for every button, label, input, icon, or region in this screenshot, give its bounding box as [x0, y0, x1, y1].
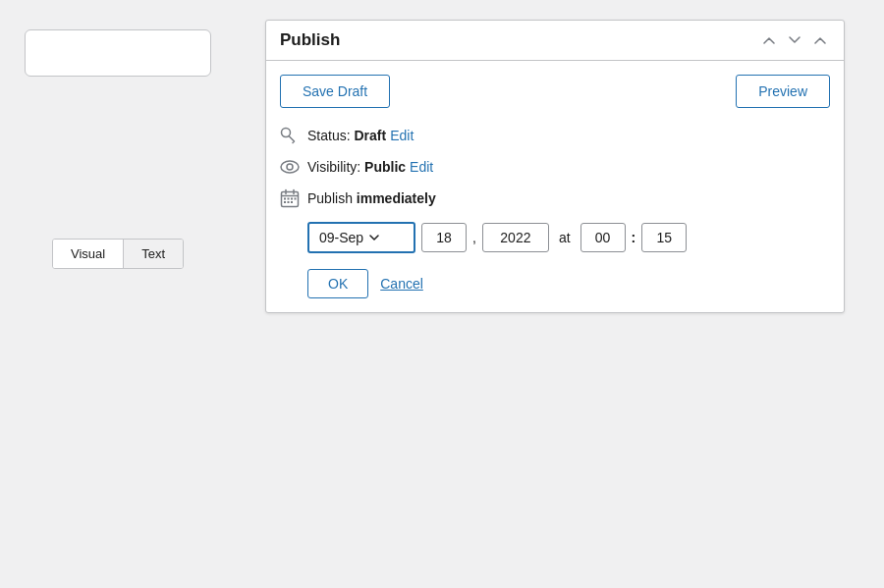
- date-row: 09-Sep , at :: [307, 222, 830, 253]
- year-input[interactable]: [482, 223, 549, 252]
- publish-header: Publish: [266, 21, 844, 61]
- svg-point-1: [281, 161, 299, 173]
- header-controls: [759, 34, 830, 46]
- svg-rect-6: [291, 198, 293, 200]
- publish-title: Publish: [280, 30, 340, 50]
- action-row: Save Draft Preview: [280, 75, 830, 108]
- tab-visual[interactable]: Visual: [53, 240, 124, 268]
- tab-text[interactable]: Text: [124, 240, 183, 268]
- date-separator: ,: [472, 230, 476, 245]
- collapse-button[interactable]: [810, 34, 830, 46]
- ok-cancel-row: OK Cancel: [307, 269, 830, 298]
- eye-icon: [280, 160, 307, 174]
- left-panel: Visual Text: [0, 0, 236, 588]
- day-input[interactable]: [421, 223, 467, 252]
- visibility-edit-link[interactable]: Edit: [410, 159, 433, 175]
- calendar-icon: [280, 188, 307, 208]
- save-draft-button[interactable]: Save Draft: [280, 75, 390, 108]
- preview-button[interactable]: Preview: [736, 75, 830, 108]
- month-select[interactable]: 09-Sep: [307, 222, 415, 253]
- chevron-up-button[interactable]: [759, 34, 779, 46]
- publish-panel: Publish Save Draft Preview: [265, 20, 845, 313]
- svg-rect-9: [288, 201, 290, 203]
- key-icon: [280, 126, 307, 145]
- publish-time-row: Publish immediately: [280, 188, 830, 208]
- visibility-text: Visibility: PublicEdit: [307, 159, 433, 175]
- status-edit-link[interactable]: Edit: [390, 128, 414, 143]
- hour-input[interactable]: [580, 223, 626, 252]
- chevron-down-button[interactable]: [785, 34, 804, 46]
- ok-button[interactable]: OK: [307, 269, 368, 298]
- svg-rect-7: [295, 198, 297, 200]
- text-input-box[interactable]: [25, 29, 211, 77]
- svg-rect-4: [284, 198, 286, 200]
- status-row: Status: DraftEdit: [280, 126, 830, 145]
- status-text: Status: DraftEdit: [307, 128, 414, 143]
- visibility-row: Visibility: PublicEdit: [280, 159, 830, 175]
- editor-tabs: Visual Text: [52, 239, 184, 269]
- svg-rect-8: [284, 201, 286, 203]
- cancel-button[interactable]: Cancel: [380, 276, 423, 292]
- minute-input[interactable]: [641, 223, 687, 252]
- at-label: at: [559, 230, 571, 245]
- svg-rect-10: [291, 201, 293, 203]
- publish-time-text: Publish immediately: [307, 190, 436, 206]
- svg-point-2: [287, 164, 293, 170]
- svg-rect-5: [288, 198, 290, 200]
- time-colon: :: [632, 230, 636, 245]
- publish-body: Save Draft Preview Status: DraftEdit: [266, 61, 844, 312]
